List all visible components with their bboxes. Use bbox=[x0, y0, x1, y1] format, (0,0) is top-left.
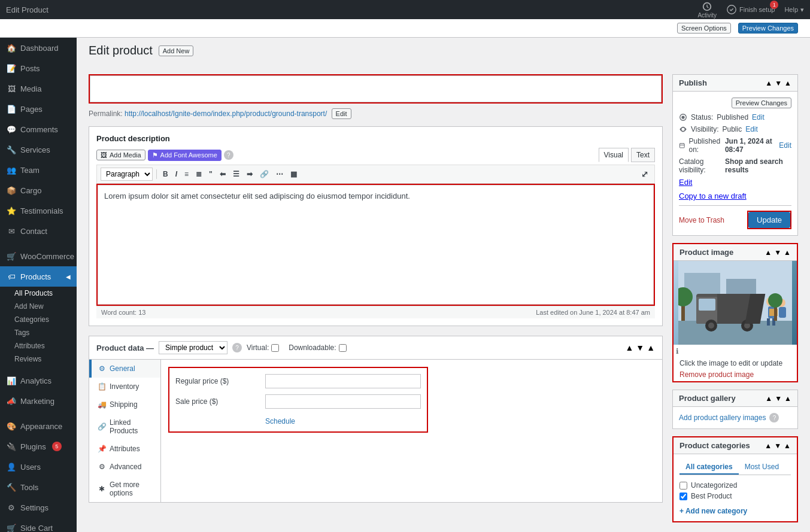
remove-product-image-link[interactable]: Remove product image bbox=[679, 370, 754, 379]
publish-collapse-down[interactable]: ▼ bbox=[775, 79, 782, 87]
gallery-help-icon[interactable]: ? bbox=[769, 413, 779, 422]
product-image-up[interactable]: ▲ bbox=[765, 248, 772, 257]
visual-tab[interactable]: Visual bbox=[599, 148, 629, 162]
product-image-down[interactable]: ▼ bbox=[774, 248, 781, 257]
cat-checkbox-uncategorized[interactable] bbox=[679, 482, 687, 490]
gallery-up[interactable]: ▲ bbox=[765, 394, 772, 403]
downloadable-checkbox[interactable] bbox=[339, 344, 347, 352]
sidebar-item-appearance[interactable]: 🎨 Appearance bbox=[0, 416, 77, 436]
sidebar-sub-reviews[interactable]: Reviews bbox=[0, 352, 77, 366]
regular-price-input[interactable] bbox=[265, 374, 421, 388]
cat-tab-all[interactable]: All categories bbox=[679, 460, 739, 475]
sidebar-item-cargo[interactable]: 📦 Cargo bbox=[0, 180, 77, 200]
product-data-toggle[interactable]: ▲ bbox=[647, 343, 655, 352]
fullscreen-button[interactable]: ⤢ bbox=[639, 168, 651, 180]
cat-label-uncategorized[interactable]: Uncategorized bbox=[691, 481, 737, 490]
italic-button[interactable]: I bbox=[173, 169, 180, 180]
sidebar-item-users[interactable]: 👤 Users bbox=[0, 457, 77, 477]
more-button[interactable]: ⋯ bbox=[274, 169, 286, 180]
sidebar-item-plugins[interactable]: 🔌 Plugins 5 bbox=[0, 436, 77, 457]
sidebar-item-media[interactable]: 🖼 Media bbox=[0, 78, 77, 99]
table-button[interactable]: ▦ bbox=[288, 169, 299, 180]
blockquote-button[interactable]: " bbox=[207, 169, 215, 180]
cat-label-best-product[interactable]: Best Product bbox=[691, 492, 732, 500]
sidebar-item-analytics[interactable]: 📊 Analytics bbox=[0, 370, 77, 391]
add-new-category-link[interactable]: + Add new category bbox=[679, 507, 747, 515]
tab-attributes[interactable]: 📌 Attributes bbox=[89, 440, 160, 458]
gallery-down[interactable]: ▼ bbox=[775, 394, 782, 403]
product-data-collapse-up[interactable]: ▲ bbox=[625, 343, 633, 352]
sale-price-input[interactable] bbox=[265, 394, 421, 409]
product-image-toggle[interactable]: ▲ bbox=[784, 248, 791, 257]
sidebar-item-products[interactable]: 🏷 Products ◀ bbox=[0, 266, 77, 287]
finish-setup-button[interactable]: Finish setup 1 bbox=[726, 4, 775, 15]
product-data-collapse-down[interactable]: ▼ bbox=[636, 343, 644, 352]
align-center-button[interactable]: ☰ bbox=[230, 169, 242, 180]
preview-changes-button[interactable]: Preview Changes bbox=[738, 23, 798, 34]
permalink-url[interactable]: http://localhost/Ignite-demo/index.php/p… bbox=[125, 110, 327, 118]
sidebar-item-posts[interactable]: 📝 Posts bbox=[0, 58, 77, 78]
virtual-checkbox[interactable] bbox=[271, 344, 279, 352]
cat-tab-most-used[interactable]: Most Used bbox=[739, 460, 785, 475]
preview-changes-button-sidebar[interactable]: Preview Changes bbox=[732, 98, 791, 108]
cat-checkbox-best-product[interactable] bbox=[679, 493, 687, 500]
add-gallery-images-link[interactable]: Add product gallery images bbox=[679, 414, 766, 422]
visibility-edit-link[interactable]: Edit bbox=[745, 125, 758, 133]
tab-general[interactable]: ⚙ General bbox=[89, 360, 160, 378]
sidebar-item-tools[interactable]: 🔨 Tools bbox=[0, 477, 77, 497]
sidebar-item-settings[interactable]: ⚙ Settings bbox=[0, 497, 77, 518]
sidebar-item-services[interactable]: 🔧 Services bbox=[0, 139, 77, 160]
link-button[interactable]: 🔗 bbox=[257, 169, 271, 180]
sidebar-item-comments[interactable]: 💬 Comments bbox=[0, 119, 77, 139]
tab-advanced[interactable]: ⚙ Advanced bbox=[89, 458, 160, 476]
categories-down[interactable]: ▼ bbox=[774, 442, 781, 450]
paragraph-select[interactable]: Paragraph bbox=[101, 168, 153, 181]
sidebar-item-side-cart[interactable]: 🛒 Side Cart bbox=[0, 518, 77, 532]
product-title-input[interactable]: Ground Transport bbox=[90, 75, 662, 102]
text-tab[interactable]: Text bbox=[631, 148, 655, 162]
sidebar-item-dashboard[interactable]: 🏠 Dashboard bbox=[0, 38, 77, 58]
tab-shipping[interactable]: 🚚 Shipping bbox=[89, 396, 160, 414]
tab-inventory[interactable]: 📋 Inventory bbox=[89, 378, 160, 396]
publish-collapse-up[interactable]: ▲ bbox=[765, 79, 772, 87]
add-font-awesome-button[interactable]: ⚑ Add Font Awesome bbox=[148, 150, 222, 161]
sidebar-item-contact[interactable]: ✉ Contact bbox=[0, 221, 77, 241]
permalink-edit-button[interactable]: Edit bbox=[332, 108, 351, 119]
update-button[interactable]: Update bbox=[748, 212, 790, 228]
product-data-help-icon[interactable]: ? bbox=[232, 343, 242, 352]
published-edit-link[interactable]: Edit bbox=[779, 141, 791, 150]
sidebar-item-woocommerce[interactable]: 🛒 WooCommerce bbox=[0, 246, 77, 266]
ul-button[interactable]: ≡ bbox=[182, 169, 191, 180]
product-type-select[interactable]: Simple product bbox=[159, 341, 227, 354]
tab-get-more-options[interactable]: ✱ Get more options bbox=[89, 476, 160, 502]
copy-draft-link[interactable]: Copy to a new draft bbox=[679, 191, 747, 200]
catalog-edit-link[interactable]: Edit bbox=[679, 178, 692, 187]
sidebar-sub-tags[interactable]: Tags bbox=[0, 326, 77, 339]
product-image-thumbnail[interactable] bbox=[674, 261, 797, 345]
bold-button[interactable]: B bbox=[160, 169, 171, 180]
editor-content[interactable]: Lorem ipsum dolor sit amet consectetur e… bbox=[98, 185, 654, 305]
virtual-label[interactable]: Virtual: bbox=[247, 343, 279, 352]
sidebar-sub-categories[interactable]: Categories bbox=[0, 313, 77, 326]
gallery-toggle[interactable]: ▲ bbox=[784, 394, 791, 403]
add-media-button[interactable]: 🖼 Add Media bbox=[96, 150, 145, 160]
sidebar-item-marketing[interactable]: 📣 Marketing bbox=[0, 391, 77, 411]
schedule-link[interactable]: Schedule bbox=[265, 417, 295, 425]
activity-icon-wrap[interactable]: Activity bbox=[697, 1, 717, 19]
tab-linked-products[interactable]: 🔗 Linked Products bbox=[89, 414, 160, 440]
sidebar-sub-attributes[interactable]: Attributes bbox=[0, 339, 77, 352]
move-trash-link[interactable]: Move to Trash bbox=[679, 216, 724, 224]
publish-toggle[interactable]: ▲ bbox=[784, 79, 791, 87]
sidebar-item-team[interactable]: 👥 Team bbox=[0, 160, 77, 180]
ol-button[interactable]: ≣ bbox=[193, 169, 204, 180]
sidebar-sub-all-products[interactable]: All Products bbox=[0, 287, 77, 300]
sidebar-item-pages[interactable]: 📄 Pages bbox=[0, 99, 77, 119]
sidebar-sub-add-new[interactable]: Add New bbox=[0, 300, 77, 313]
categories-up[interactable]: ▲ bbox=[765, 442, 772, 450]
sidebar-item-testimonials[interactable]: ⭐ Testimonials bbox=[0, 200, 77, 221]
screen-options-button[interactable]: Screen Options bbox=[677, 23, 731, 34]
editor-help-icon[interactable]: ? bbox=[224, 150, 233, 160]
help-button[interactable]: Help ▾ bbox=[784, 6, 804, 14]
categories-toggle[interactable]: ▲ bbox=[784, 442, 791, 450]
align-right-button[interactable]: ➡ bbox=[244, 169, 255, 180]
